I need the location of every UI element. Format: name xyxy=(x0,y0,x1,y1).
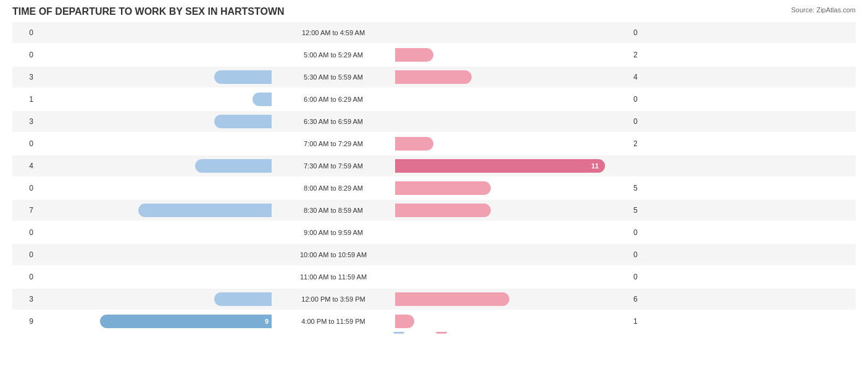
time-label: 6:00 AM to 6:29 AM xyxy=(272,96,395,103)
chart-row: 010:00 AM to 10:59 AM0 xyxy=(12,244,856,265)
female-value: 5 xyxy=(630,184,654,192)
female-value: 0 xyxy=(630,228,654,237)
chart-container: TIME OF DEPARTURE TO WORK BY SEX IN HART… xyxy=(0,0,868,367)
female-bar-container xyxy=(395,248,630,262)
time-label: 5:30 AM to 5:59 AM xyxy=(272,73,395,81)
chart-row: 994:00 PM to 11:59 PM1 xyxy=(12,311,856,332)
male-value: 0 xyxy=(12,250,37,259)
male-bar-container xyxy=(37,137,272,151)
female-bar xyxy=(395,181,491,195)
chart-row: 16:00 AM to 6:29 AM0 xyxy=(12,89,856,110)
time-label: 10:00 AM to 10:59 AM xyxy=(272,251,395,258)
female-bar: 11 xyxy=(395,159,605,173)
chart-row: 08:00 AM to 8:29 AM5 xyxy=(12,178,856,199)
chart-row: 78:30 AM to 8:59 AM5 xyxy=(12,200,856,221)
time-label: 11:00 AM to 11:59 AM xyxy=(272,273,395,281)
male-bar-container xyxy=(37,226,272,239)
male-bar-container xyxy=(37,93,272,106)
time-label: 9:00 AM to 9:59 AM xyxy=(272,229,395,236)
male-value: 9 xyxy=(12,317,37,326)
chart-row: 35:30 AM to 5:59 AM4 xyxy=(12,67,856,88)
male-bar-container xyxy=(37,159,272,173)
male-value: 3 xyxy=(12,295,37,303)
female-bar-container xyxy=(395,70,630,84)
male-value: 0 xyxy=(12,51,37,59)
time-label: 8:30 AM to 8:59 AM xyxy=(272,207,395,214)
female-bar-container xyxy=(395,137,630,151)
female-bar-container xyxy=(395,226,630,239)
time-label: 5:00 AM to 5:29 AM xyxy=(272,51,395,59)
female-bar xyxy=(395,204,491,217)
female-bar-container xyxy=(395,270,630,284)
male-bar xyxy=(214,70,272,84)
male-value: 3 xyxy=(12,73,37,81)
male-value: 1 xyxy=(12,95,37,104)
female-value: 4 xyxy=(630,73,654,81)
male-bar xyxy=(138,204,272,217)
male-value: 0 xyxy=(12,28,37,37)
time-label: 7:30 AM to 7:59 AM xyxy=(272,162,395,170)
female-bar xyxy=(395,70,472,84)
female-value: 6 xyxy=(630,295,654,303)
male-bar-container xyxy=(37,181,272,195)
chart-row: 011:00 AM to 11:59 AM0 xyxy=(12,266,856,287)
chart-row: 312:00 PM to 3:59 PM6 xyxy=(12,289,856,310)
male-bar-container xyxy=(37,204,272,217)
chart-row: 47:30 AM to 7:59 AM1111 xyxy=(12,155,856,176)
time-label: 8:00 AM to 8:29 AM xyxy=(272,184,395,192)
female-value: 0 xyxy=(630,273,654,281)
female-value: 5 xyxy=(630,206,654,215)
female-value: 0 xyxy=(630,117,654,126)
male-bar-container xyxy=(37,70,272,84)
time-label: 7:00 AM to 7:29 AM xyxy=(272,140,395,147)
female-value: 0 xyxy=(630,250,654,259)
female-bar-container xyxy=(395,292,630,306)
male-value: 0 xyxy=(12,273,37,281)
female-value: 1 xyxy=(630,317,654,326)
male-bar xyxy=(195,159,272,173)
chart-row: 36:30 AM to 6:59 AM0 xyxy=(12,111,856,132)
male-bar-container xyxy=(37,270,272,284)
female-bar-container: 11 xyxy=(395,159,630,173)
male-value: 0 xyxy=(12,184,37,192)
female-bar-container xyxy=(395,181,630,195)
chart-row: 05:00 AM to 5:29 AM2 xyxy=(12,44,856,65)
male-bar-container xyxy=(37,292,272,306)
female-value: 0 xyxy=(630,28,654,37)
female-value: 2 xyxy=(630,51,654,59)
male-bar-container xyxy=(37,26,272,39)
female-bar-container xyxy=(395,204,630,217)
female-bar-container xyxy=(395,48,630,62)
female-bar-container xyxy=(395,26,630,39)
male-value: 3 xyxy=(12,117,37,126)
male-bar-container: 9 xyxy=(37,315,272,328)
male-bar-container xyxy=(37,248,272,262)
female-bar-container xyxy=(395,315,630,328)
male-bar xyxy=(214,292,272,306)
time-label: 6:30 AM to 6:59 AM xyxy=(272,118,395,125)
female-bar xyxy=(395,137,433,151)
chart-row: 012:00 AM to 4:59 AM0 xyxy=(12,22,856,43)
male-value: 0 xyxy=(12,228,37,237)
male-bar-container xyxy=(37,115,272,128)
time-label: 4:00 PM to 11:59 PM xyxy=(272,318,395,325)
female-bar xyxy=(395,315,414,328)
male-bar xyxy=(214,115,272,128)
female-bar xyxy=(395,292,509,306)
chart-row: 07:00 AM to 7:29 AM2 xyxy=(12,133,856,154)
time-label: 12:00 PM to 3:59 PM xyxy=(272,295,395,303)
male-value: 7 xyxy=(12,206,37,215)
chart-row: 09:00 AM to 9:59 AM0 xyxy=(12,222,856,243)
female-value: 0 xyxy=(630,95,654,104)
male-bar: 9 xyxy=(100,315,272,328)
female-bar-container xyxy=(395,115,630,128)
source-label: Source: ZipAtlas.com xyxy=(791,6,856,14)
chart-title: TIME OF DEPARTURE TO WORK BY SEX IN HART… xyxy=(12,6,856,17)
female-bar-container xyxy=(395,93,630,106)
male-value: 0 xyxy=(12,139,37,148)
male-bar-container xyxy=(37,48,272,62)
female-bar xyxy=(395,48,433,62)
male-value: 4 xyxy=(12,162,37,170)
male-bar xyxy=(252,93,272,106)
female-value: 2 xyxy=(630,139,654,148)
